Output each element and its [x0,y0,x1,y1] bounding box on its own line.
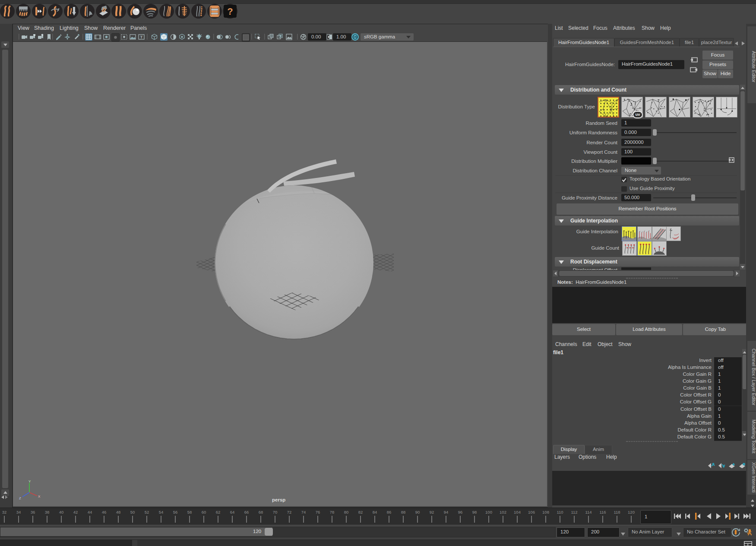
svg-text:60: 60 [202,510,206,514]
svg-text:84: 84 [373,510,377,514]
svg-text:88: 88 [401,510,406,514]
svg-text:66: 66 [244,510,249,514]
svg-text:?: ? [227,6,233,17]
svg-text:96: 96 [458,510,463,514]
svg-text:32: 32 [2,510,7,514]
svg-text:70: 70 [273,510,278,514]
svg-text:98: 98 [472,510,477,514]
svg-text:62: 62 [216,510,221,514]
svg-text:56: 56 [173,510,178,514]
svg-text:104: 104 [514,510,521,514]
svg-text:112: 112 [571,510,577,514]
svg-text:58: 58 [187,510,192,514]
svg-text:36: 36 [31,510,35,514]
svg-text:X: X [38,495,41,498]
svg-text:120: 120 [628,510,635,514]
svg-text:74: 74 [301,510,306,514]
svg-text:38: 38 [45,510,50,514]
svg-text:116: 116 [599,510,606,514]
svg-text:44: 44 [88,510,92,514]
svg-text:94: 94 [444,510,449,514]
svg-text:118: 118 [614,510,620,514]
svg-text:48: 48 [116,510,121,514]
svg-text:86: 86 [387,510,392,514]
svg-text:42: 42 [73,510,78,514]
svg-text:46: 46 [102,510,107,514]
svg-text:64: 64 [230,510,235,514]
svg-text:108: 108 [542,510,549,514]
svg-text:92: 92 [430,510,434,514]
svg-text:54: 54 [159,510,164,514]
svg-text:40: 40 [59,510,64,514]
svg-text:72: 72 [287,510,292,514]
svg-text:80: 80 [344,510,349,514]
svg-text:82: 82 [358,510,363,514]
svg-text:T: T [140,35,143,39]
svg-text:52: 52 [145,510,149,514]
svg-text:106: 106 [528,510,535,514]
svg-text:Z: Z [19,496,21,500]
svg-text:34: 34 [16,510,21,514]
svg-text:68: 68 [259,510,263,514]
svg-text:Y: Y [28,479,31,483]
svg-text:76: 76 [316,510,320,514]
svg-text:114: 114 [585,510,592,514]
svg-text:78: 78 [330,510,335,514]
svg-text:110: 110 [557,510,563,514]
svg-text:102: 102 [500,510,506,514]
svg-text:ON: ON [353,35,357,38]
svg-text:90: 90 [415,510,420,514]
svg-text:50: 50 [130,510,135,514]
svg-text:100: 100 [485,510,492,514]
